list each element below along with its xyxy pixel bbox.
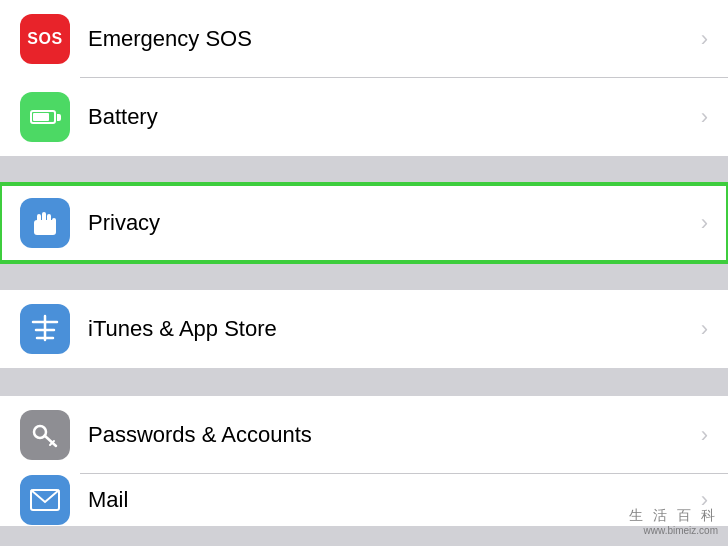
section-group-itunes: iTunes & App Store › bbox=[0, 290, 728, 368]
settings-row-mail[interactable]: Mail › bbox=[0, 474, 728, 526]
settings-row-battery[interactable]: Battery › bbox=[0, 78, 728, 156]
section-group-passwords: Passwords & Accounts › Mail › bbox=[0, 396, 728, 526]
itunes-chevron: › bbox=[701, 316, 708, 342]
separator-1 bbox=[0, 156, 728, 184]
svg-rect-3 bbox=[47, 214, 51, 224]
emergency-sos-icon-wrapper: SOS bbox=[20, 14, 70, 64]
settings-list: SOS Emergency SOS › Battery › bbox=[0, 0, 728, 546]
privacy-icon-wrapper bbox=[20, 198, 70, 248]
battery-label: Battery bbox=[88, 104, 693, 130]
section-group-1: SOS Emergency SOS › Battery › bbox=[0, 0, 728, 156]
svg-rect-1 bbox=[37, 214, 41, 224]
separator-2 bbox=[0, 262, 728, 290]
mail-icon-wrapper bbox=[20, 475, 70, 525]
hand-svg bbox=[29, 207, 61, 239]
key-svg bbox=[28, 418, 62, 452]
watermark-url: www.bimeiz.com bbox=[629, 525, 718, 536]
appstore-icon-wrapper bbox=[20, 304, 70, 354]
itunes-label: iTunes & App Store bbox=[88, 316, 693, 342]
privacy-chevron: › bbox=[701, 210, 708, 236]
settings-row-emergency-sos[interactable]: SOS Emergency SOS › bbox=[0, 0, 728, 78]
sos-icon: SOS bbox=[27, 30, 62, 48]
svg-rect-2 bbox=[42, 212, 46, 224]
emergency-sos-chevron: › bbox=[701, 26, 708, 52]
passwords-label: Passwords & Accounts bbox=[88, 422, 693, 448]
mail-label: Mail bbox=[88, 487, 693, 513]
settings-row-itunes[interactable]: iTunes & App Store › bbox=[0, 290, 728, 368]
battery-icon-wrapper bbox=[20, 92, 70, 142]
svg-rect-4 bbox=[52, 218, 56, 226]
battery-chevron: › bbox=[701, 104, 708, 130]
section-group-privacy: Privacy › bbox=[0, 184, 728, 262]
svg-line-12 bbox=[50, 443, 52, 445]
watermark: 生 活 百 科 www.bimeiz.com bbox=[629, 507, 718, 536]
battery-icon bbox=[30, 110, 61, 124]
watermark-chinese: 生 活 百 科 bbox=[629, 507, 718, 525]
settings-row-passwords[interactable]: Passwords & Accounts › bbox=[0, 396, 728, 474]
mail-icon bbox=[30, 489, 60, 511]
privacy-label: Privacy bbox=[88, 210, 693, 236]
passwords-icon-wrapper bbox=[20, 410, 70, 460]
emergency-sos-label: Emergency SOS bbox=[88, 26, 693, 52]
settings-row-privacy[interactable]: Privacy › bbox=[0, 184, 728, 262]
appstore-svg bbox=[28, 312, 62, 346]
separator-3 bbox=[0, 368, 728, 396]
passwords-chevron: › bbox=[701, 422, 708, 448]
